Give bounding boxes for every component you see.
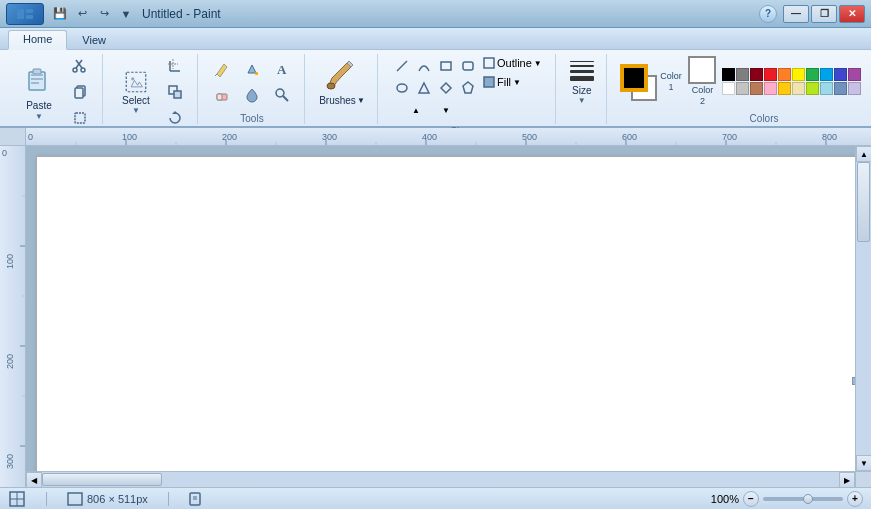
svg-rect-43 bbox=[26, 128, 871, 146]
eraser-button[interactable] bbox=[208, 83, 236, 107]
paint-canvas[interactable] bbox=[36, 156, 856, 487]
scroll-down-button[interactable]: ▼ bbox=[856, 455, 871, 471]
qat-undo-button[interactable]: ↩ bbox=[72, 4, 92, 24]
color1-swatch[interactable] bbox=[621, 65, 647, 91]
horizontal-scrollbar[interactable]: ◀ ▶ bbox=[26, 471, 855, 487]
image-group: Select ▼ bbox=[105, 54, 198, 124]
color-cell[interactable] bbox=[834, 68, 847, 81]
tab-view[interactable]: View bbox=[67, 31, 121, 49]
magnifier-button[interactable] bbox=[268, 83, 296, 107]
svg-text:200: 200 bbox=[222, 132, 237, 142]
color-cell[interactable] bbox=[820, 68, 833, 81]
tab-home[interactable]: Home bbox=[8, 30, 67, 50]
color-cell[interactable] bbox=[722, 68, 735, 81]
paste-button[interactable]: Paste ▼ bbox=[14, 66, 64, 118]
quick-access-toolbar: 💾 ↩ ↪ ▼ bbox=[50, 4, 136, 24]
color-cell[interactable] bbox=[806, 68, 819, 81]
close-button[interactable]: ✕ bbox=[839, 5, 865, 23]
copy-button[interactable] bbox=[66, 80, 94, 104]
color-cell[interactable] bbox=[764, 68, 777, 81]
clipboard-group: Paste ▼ bbox=[6, 54, 103, 124]
color-cell[interactable] bbox=[722, 82, 735, 95]
size-selector[interactable]: Size ▼ bbox=[566, 57, 598, 105]
fill-bucket-button[interactable] bbox=[238, 57, 266, 81]
shapes-group: ▲ ▼ Outline ▼ Fill ▼ Shapes bbox=[380, 54, 556, 124]
shapes-scroll-up[interactable]: ▲ bbox=[402, 98, 430, 122]
scroll-left-button[interactable]: ◀ bbox=[26, 472, 42, 487]
svg-rect-23 bbox=[174, 91, 181, 98]
paste-label: Paste bbox=[26, 100, 52, 111]
color-cell[interactable] bbox=[750, 82, 763, 95]
svg-point-32 bbox=[327, 83, 335, 89]
color-cell[interactable] bbox=[834, 82, 847, 95]
color-cell[interactable] bbox=[778, 82, 791, 95]
paint-menu-button[interactable] bbox=[6, 3, 44, 25]
vertical-scroll-thumb[interactable] bbox=[857, 162, 870, 242]
scroll-right-button[interactable]: ▶ bbox=[839, 472, 855, 487]
scroll-up-button[interactable]: ▲ bbox=[856, 146, 871, 162]
svg-rect-5 bbox=[31, 74, 43, 76]
fill-button[interactable]: Fill ▼ bbox=[478, 73, 547, 91]
color-cell[interactable] bbox=[736, 82, 749, 95]
svg-text:600: 600 bbox=[622, 132, 637, 142]
tools-group: A bbox=[200, 54, 305, 124]
svg-rect-34 bbox=[441, 62, 451, 70]
qat-arrow-button[interactable]: ▼ bbox=[116, 4, 136, 24]
help-button[interactable]: ? bbox=[759, 5, 777, 23]
color-cell[interactable] bbox=[848, 68, 861, 81]
svg-rect-13 bbox=[75, 88, 83, 98]
minimize-button[interactable]: — bbox=[783, 5, 809, 23]
color-cell[interactable] bbox=[736, 68, 749, 81]
crop-small-button[interactable] bbox=[66, 106, 94, 130]
svg-line-25 bbox=[215, 74, 217, 76]
rotate-button[interactable] bbox=[161, 106, 189, 130]
color-cell[interactable] bbox=[750, 68, 763, 81]
edit-colors-button[interactable]: Edit colors bbox=[867, 56, 871, 108]
select-label: Select bbox=[122, 95, 150, 106]
vertical-scrollbar[interactable]: ▲ ▼ bbox=[855, 146, 871, 471]
zoom-slider[interactable] bbox=[763, 497, 843, 501]
horizontal-ruler: 0 100 200 300 400 500 600 700 800 bbox=[26, 128, 871, 146]
zoom-percent: 100% bbox=[711, 493, 739, 505]
file-size-status bbox=[189, 492, 203, 506]
color-palette-row bbox=[722, 68, 861, 81]
outline-fill-group: Outline ▼ Fill ▼ bbox=[478, 54, 547, 91]
svg-text:800: 800 bbox=[822, 132, 837, 142]
color-cell[interactable] bbox=[806, 82, 819, 95]
color-cell[interactable] bbox=[820, 82, 833, 95]
svg-rect-1 bbox=[26, 9, 33, 13]
color-cell[interactable] bbox=[778, 68, 791, 81]
size-group: Size ▼ bbox=[558, 54, 607, 124]
select-button[interactable]: Select ▼ bbox=[113, 66, 159, 118]
color-cell[interactable] bbox=[792, 82, 805, 95]
zoom-slider-thumb[interactable] bbox=[803, 494, 813, 504]
scroll-area[interactable]: ▲ ▼ ◀ ▶ bbox=[26, 146, 871, 487]
color-cell[interactable] bbox=[792, 68, 805, 81]
paste-dropdown-arrow: ▼ bbox=[35, 112, 43, 121]
resize-status-icon[interactable] bbox=[8, 490, 26, 508]
color2-large-swatch[interactable] bbox=[688, 56, 716, 84]
maximize-button[interactable]: ❐ bbox=[811, 5, 837, 23]
color-cell[interactable] bbox=[764, 82, 777, 95]
vertical-scroll-track[interactable] bbox=[856, 162, 871, 455]
pencil-button[interactable] bbox=[208, 57, 236, 81]
brushes-button[interactable]: Brushes ▼ bbox=[315, 55, 369, 107]
zoom-in-button[interactable]: + bbox=[847, 491, 863, 507]
color-picker-button[interactable] bbox=[238, 83, 266, 107]
svg-rect-7 bbox=[31, 82, 39, 84]
horizontal-scroll-track[interactable] bbox=[42, 472, 839, 487]
color-cell[interactable] bbox=[848, 82, 861, 95]
tools-grid: A bbox=[208, 57, 296, 107]
svg-rect-14 bbox=[75, 113, 85, 123]
text-button[interactable]: A bbox=[268, 57, 296, 81]
shapes-scroll-down[interactable]: ▼ bbox=[432, 98, 460, 122]
crop-button[interactable] bbox=[161, 54, 189, 78]
resize-button[interactable] bbox=[161, 80, 189, 104]
color-palette-row bbox=[722, 82, 861, 95]
outline-button[interactable]: Outline ▼ bbox=[478, 54, 547, 72]
cut-button[interactable] bbox=[66, 54, 94, 78]
zoom-out-button[interactable]: − bbox=[743, 491, 759, 507]
qat-redo-button[interactable]: ↪ bbox=[94, 4, 114, 24]
horizontal-scroll-thumb[interactable] bbox=[42, 473, 162, 486]
qat-save-button[interactable]: 💾 bbox=[50, 4, 70, 24]
